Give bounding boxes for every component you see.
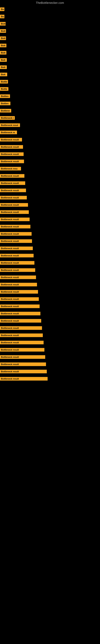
list-item: Bott [0,72,100,77]
list-item: Bottleneck result [0,216,100,222]
bottleneck-label: Bottleneck result [0,261,34,265]
bottleneck-label: Bott [0,66,7,69]
list-item: Bottleneck result [0,362,100,367]
bottleneck-label: Bottleneck result [0,377,48,380]
list-item: Bottleneck result [0,332,100,338]
bottleneck-label: Bottleneck resul [0,123,20,127]
list-item: Bo [0,6,100,12]
bottleneck-label: Bottleneck result [0,181,25,185]
bottleneck-label: Bott [0,51,6,54]
list-item: Bottleneck re [0,130,100,135]
bottleneck-label: Bottleneck result [0,232,32,236]
bottleneck-label: Bott [0,73,7,76]
list-item: Bott [0,50,100,56]
list-item: Bottleneck result [0,180,100,186]
bottleneck-label: Bottleneck r [0,116,15,120]
bottleneck-label: Bottleneck result [0,348,44,352]
bottleneck-label: Bottlen [0,102,10,105]
bottleneck-label: Bottleneck result [0,254,34,258]
list-item: Bott [0,21,100,26]
list-item: Bottleneck result [0,173,100,179]
list-item: Bottlen [0,100,100,106]
bottleneck-label: Bottleneck result [0,341,44,344]
list-item: Bott [0,28,100,34]
list-item: Bottleneck result [0,311,100,316]
list-item: Bottleneck result [0,224,100,230]
bottleneck-label: Bottleneck result [0,188,26,192]
items-list: BoBoBottBottBottBottBottBottBottBottBott… [0,5,100,383]
bottleneck-label: Bott [0,36,6,40]
list-item: Bottleneck result [0,304,100,309]
list-item: Bottleneck r [0,115,100,121]
bottleneck-label: Bottleneck result [0,210,29,214]
bottleneck-label: Bottlene [0,109,11,112]
list-item: Bottle [0,79,100,84]
bottleneck-label: Bott [0,44,6,47]
list-item: Bottleneck result [0,144,100,150]
list-item: Bo [0,14,100,19]
bottleneck-label: Bo [0,15,4,18]
list-item: Bottleneck result [0,260,100,266]
bottleneck-label: Bo [0,8,4,11]
list-item: Bottleneck result [0,354,100,360]
bottleneck-label: Bottleneck result [0,268,35,272]
list-item: Bottleneck result [0,369,100,374]
bottleneck-label: Bottleneck result [0,239,32,243]
site-title: TheBottlenecker.com [0,0,100,5]
bottleneck-label: Bottleneck result [0,160,24,163]
bottleneck-label: Bottleneck result [0,312,40,315]
bottleneck-label: Bottleneck result [0,225,30,228]
list-item: Bottleneck result [0,289,100,295]
list-item: Bottleneck resu [0,166,100,172]
list-item: Bottleneck result [0,246,100,251]
bottleneck-label: Bottleneck result [0,370,47,373]
list-item: Bott [0,64,100,70]
bottleneck-label: Bottleneck resu [0,167,21,170]
bottleneck-label: Bottleneck result [0,304,40,308]
list-item: Bottleneck result [0,151,100,157]
list-item: Bottleneck result [0,195,100,200]
list-item: Bottleneck result [0,253,100,258]
bottleneck-label: Bottleneck re [0,130,17,134]
list-item: Bottleneck result [0,267,100,273]
bottleneck-label: Bottleneck result [0,138,22,142]
list-item: Bottleneck result [0,137,100,142]
list-item: Bottleneck result [0,209,100,215]
bottleneck-label: Bottleneck result [0,196,27,200]
list-item: Bott [0,43,100,48]
list-item: Bottleneck result [0,202,100,208]
list-item: Bottleneck result [0,318,100,324]
list-item: Bottleneck result [0,274,100,280]
list-item: Bott [0,57,100,63]
bottleneck-label: Bott [0,29,6,33]
bottleneck-label: Bottleneck result [0,152,24,156]
bottleneck-label: Bottleneck result [0,334,43,337]
bottleneck-label: Bott [0,58,7,62]
bottleneck-label: Bottle [0,87,8,91]
list-item: Bott [0,36,100,41]
list-item: Bottleneck result [0,231,100,237]
bottleneck-label: Bottleneck result [0,218,30,221]
list-item: Bottleneck result [0,325,100,331]
bottleneck-label: Bottleneck result [0,290,38,294]
bottleneck-label: Bottleneck result [0,297,39,301]
list-item: Bottleneck result [0,347,100,352]
list-item: Bottlen [0,94,100,99]
bottleneck-label: Bottleneck result [0,145,23,149]
list-item: Bottle [0,86,100,92]
list-item: Bottleneck result [0,188,100,193]
list-item: Bottleneck result [0,376,100,382]
bottleneck-label: Bottleneck result [0,355,45,359]
list-item: Bottleneck result [0,282,100,288]
bottleneck-label: Bottleneck result [0,319,41,322]
bottleneck-label: Bottle [0,80,8,84]
list-item: Bottleneck result [0,238,100,244]
bottleneck-label: Bottleneck result [0,203,28,207]
bottleneck-label: Bottleneck result [0,276,36,279]
list-item: Bottlene [0,108,100,114]
bottleneck-label: Bottleneck result [0,174,24,178]
bottleneck-label: Bottleneck result [0,246,33,250]
list-item: Bottleneck result [0,158,100,164]
bottleneck-label: Bott [0,22,6,26]
list-item: Bottleneck resul [0,122,100,128]
